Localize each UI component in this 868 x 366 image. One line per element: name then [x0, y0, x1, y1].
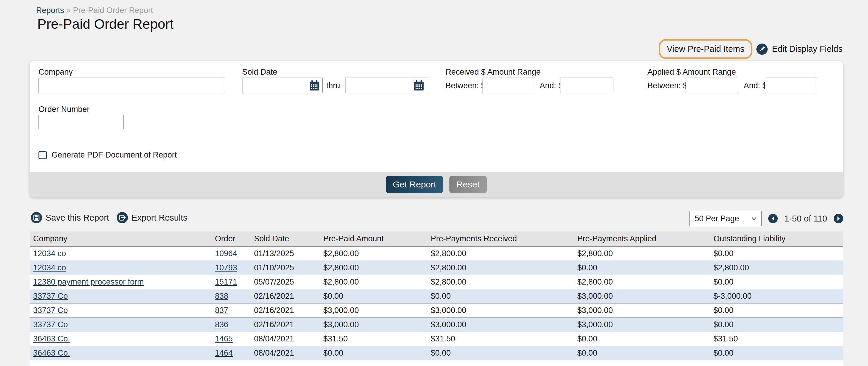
get-report-button[interactable]: Get Report [386, 176, 443, 193]
received-between-label: Between: $ [445, 81, 486, 90]
view-prepaid-items-button[interactable]: View Pre-Paid Items [659, 39, 752, 59]
cell-value: $3,000.00 [577, 306, 613, 315]
cell-value: 08/04/2021 [254, 348, 294, 358]
applied-and-label: And: $ [744, 81, 767, 90]
applied-range-label: Applied $ Amount Range [647, 67, 736, 77]
generate-pdf-row: Generate PDF Document of Report [38, 150, 177, 160]
toolbar: View Pre-Paid Items Edit Display Fields [659, 39, 842, 59]
cell-value: $3,000.00 [431, 320, 466, 329]
order-link[interactable]: 1465 [215, 334, 233, 343]
cell-value: $2,800.00 [577, 249, 613, 258]
company-link[interactable]: 12034 co [33, 263, 66, 272]
cell-value: $2,800.00 [323, 263, 359, 272]
cell-value: 02/16/2021 [254, 320, 294, 329]
cell-value: $3,000.00 [323, 320, 359, 329]
cell-value: $2,800.00 [323, 249, 359, 258]
sold-date-label: Sold Date [242, 67, 277, 77]
pencil-icon[interactable] [756, 43, 768, 55]
column-header: Sold Date [254, 231, 323, 247]
cell-value: $3,000.00 [577, 320, 613, 329]
order-link[interactable]: 10793 [215, 263, 237, 272]
cell-value: $31.50 [323, 334, 348, 343]
table-row: 33737 Co83802/16/2021$0.00$0.00$3,000.00… [30, 289, 843, 304]
calendar-icon[interactable] [309, 80, 320, 91]
cell-value: $2,800.00 [713, 263, 749, 272]
cell-value: $-3,000.00 [713, 292, 752, 301]
generate-pdf-label: Generate PDF Document of Report [52, 150, 177, 160]
order-link[interactable]: 837 [215, 306, 228, 315]
cell-value: 01/13/2025 [254, 249, 294, 258]
calendar-icon[interactable] [413, 80, 424, 91]
cell-value: $0.00 [577, 334, 597, 343]
filter-button-band: Get Report Reset [30, 172, 843, 197]
company-link[interactable]: 12380 payment processor form [33, 277, 144, 286]
cell-value: $0.00 [713, 277, 734, 286]
next-page-icon[interactable] [834, 214, 843, 223]
cell-value: $2,800.00 [323, 277, 359, 286]
cell-value: $2,800.00 [431, 249, 466, 258]
column-header: Company [30, 231, 215, 247]
cell-value: $0.00 [431, 292, 451, 301]
company-link[interactable]: 12034 co [33, 249, 66, 258]
per-page-select[interactable]: 50 Per Page [689, 211, 762, 226]
company-link[interactable]: 33737 Co [33, 292, 68, 301]
company-link[interactable]: 33737 Co [33, 306, 68, 315]
table-row: 12380 payment processor form1517105/07/2… [30, 275, 843, 289]
cell-value: 01/10/2025 [254, 263, 294, 272]
view-prepaid-items-label: View Pre-Paid Items [667, 44, 744, 54]
save-report-label: Save this Report [45, 213, 109, 223]
cell-value: $31.50 [431, 334, 455, 343]
save-disk-icon [31, 212, 42, 223]
breadcrumb: Reports » Pre-Paid Order Report [36, 6, 153, 15]
cell-value: $31.50 [713, 334, 738, 343]
order-number-input[interactable] [38, 115, 124, 129]
table-header-row: CompanyOrderSold DatePre-Paid AmountPre-… [30, 231, 843, 247]
edit-display-fields-button[interactable]: Edit Display Fields [772, 44, 842, 54]
page-title: Pre-Paid Order Report [37, 16, 174, 32]
company-input[interactable] [38, 78, 225, 93]
column-header: Outstanding Liability [713, 231, 843, 247]
pagination-range: 1-50 of 110 [784, 214, 827, 223]
order-link[interactable]: 1464 [215, 348, 233, 358]
cell-value: $0.00 [323, 348, 343, 358]
applied-between-label: Between: $ [647, 81, 687, 90]
breadcrumb-separator: » [66, 6, 71, 15]
company-link[interactable]: 36463 Co. [33, 348, 70, 358]
cell-value: $0.00 [323, 292, 343, 301]
export-results-button[interactable]: Export Results [117, 212, 187, 223]
company-link[interactable]: 33737 Co [33, 320, 68, 329]
applied-between-input[interactable] [686, 78, 738, 93]
column-header: Pre-Payments Received [431, 231, 577, 247]
export-icon [117, 212, 128, 223]
table-row: 33737 Co83602/16/2021$3,000.00$3,000.00$… [30, 318, 843, 332]
cell-value: 02/16/2021 [254, 292, 294, 301]
breadcrumb-reports-link[interactable]: Reports [36, 6, 64, 15]
cell-value: $2,800.00 [431, 263, 466, 272]
generate-pdf-checkbox[interactable] [38, 151, 47, 159]
received-between-input[interactable] [483, 78, 535, 93]
save-report-button[interactable]: Save this Report [31, 212, 109, 223]
cell-value: $0.00 [713, 306, 734, 315]
order-link[interactable]: 15171 [215, 277, 237, 286]
company-link[interactable]: 36463 Co. [33, 334, 70, 343]
reset-button[interactable]: Reset [450, 176, 487, 193]
table-row: 36463 Co.146408/04/2021$0.00$0.00$0.00$0… [30, 346, 843, 360]
chevron-down-icon [751, 215, 757, 222]
cell-value: $0.00 [713, 320, 734, 329]
order-link[interactable]: 838 [215, 292, 228, 301]
applied-and-input[interactable] [765, 78, 817, 93]
order-link[interactable]: 10964 [215, 249, 237, 258]
cell-value: $3,000.00 [323, 306, 359, 315]
column-header: Order [215, 231, 254, 247]
received-and-input[interactable] [560, 78, 613, 93]
cell-value: $0.00 [713, 249, 734, 258]
cell-value: 02/16/2021 [254, 306, 294, 315]
cell-value: $3,000.00 [431, 306, 466, 315]
table-row: 36463 Co.146508/04/2021$31.50$31.50$0.00… [30, 332, 843, 346]
cell-value: $0.00 [577, 263, 597, 272]
breadcrumb-current: Pre-Paid Order Report [73, 6, 153, 15]
order-link[interactable]: 836 [215, 320, 228, 329]
thru-label: thru [326, 81, 340, 90]
prev-page-icon[interactable] [768, 214, 778, 223]
column-header: Pre-Paid Amount [323, 231, 431, 247]
